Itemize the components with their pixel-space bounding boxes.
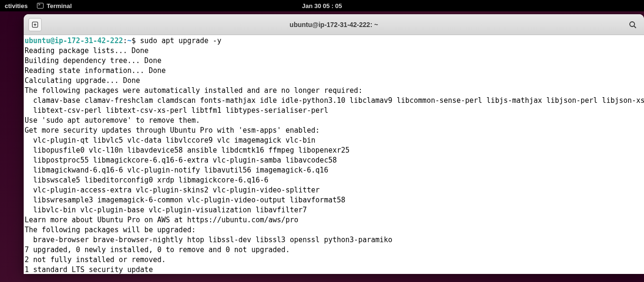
output-line: Calculating upgrade... Done [25,76,140,85]
output-line: The following packages were automaticall… [25,86,362,95]
output-line: Reading package lists... Done [25,46,149,55]
output-line: Reading state information... Done [25,66,166,75]
search-button[interactable] [626,18,639,31]
output-line: libswresample3 imagemagick-6-common vlc-… [25,196,345,204]
output-line: libswscale5 libeditorconfig0 xrdp libmag… [25,176,268,184]
output-line: libmagickwand-6.q16-6 vlc-plugin-notify … [25,166,328,174]
search-icon [629,21,636,28]
output-line: vlc-plugin-qt libvlc5 vlc-data libvlccor… [25,136,315,145]
svg-line-4 [634,26,636,28]
output-line: Use 'sudo apt autoremove' to remove them… [25,116,200,125]
app-name-label: Terminal [46,2,72,9]
output-line: libpostproc55 libmagickcore-6.q16-6-extr… [25,156,337,164]
command-text: sudo apt upgrade -y [140,36,222,45]
new-tab-button[interactable] [28,18,42,31]
output-line: brave-browser brave-browser-nightly htop… [25,236,393,244]
plus-icon [32,21,38,28]
output-line: vlc-plugin-access-extra vlc-plugin-skins… [25,186,320,194]
prompt-userhost: ubuntu@ip-172-31-42-222 [25,36,123,45]
window-title: ubuntu@ip-172-31-42-222: ~ [290,21,378,28]
clock[interactable]: Jan 30 05 : 05 [302,2,342,9]
output-line: libvlc-bin vlc-plugin-base vlc-plugin-vi… [25,206,307,214]
output-line: libtext-csv-perl libtext-csv-xs-perl lib… [25,106,328,115]
output-line: Get more security updates through Ubuntu… [25,126,320,135]
activities-button[interactable]: ctivities [5,2,27,9]
prompt-separator: : [123,36,127,45]
prompt-path: ~ [127,36,132,45]
output-line: The following packages will be upgraded: [25,226,196,234]
output-line: 2 not fully installed or removed. [25,255,166,264]
output-line: Learn more about Ubuntu Pro on AWS at ht… [25,216,298,224]
terminal-output-area[interactable]: ubuntu@ip-172-31-42-222:~$ sudo apt upgr… [24,35,644,274]
terminal-header-bar: ubuntu@ip-172-31-42-222: ~ [24,14,644,35]
terminal-window: ubuntu@ip-172-31-42-222: ~ ubuntu@ip-172… [24,14,644,274]
output-line: Building dependency tree... Done [25,56,161,65]
output-line: 7 upgraded, 0 newly installed, 0 to remo… [25,246,290,254]
terminal-icon [37,3,44,9]
gnome-top-bar: ctivities Terminal Jan 30 05 : 05 [0,0,644,11]
output-line: 1 standard LTS security update [25,265,153,274]
svg-point-3 [630,22,635,27]
active-app-indicator[interactable]: Terminal [37,2,72,9]
prompt-symbol: $ [132,36,140,45]
output-line: libopusfile0 vlc-l10n libavdevice58 ansi… [25,146,349,155]
output-line: clamav-base clamav-freshclam clamdscan f… [25,96,644,105]
